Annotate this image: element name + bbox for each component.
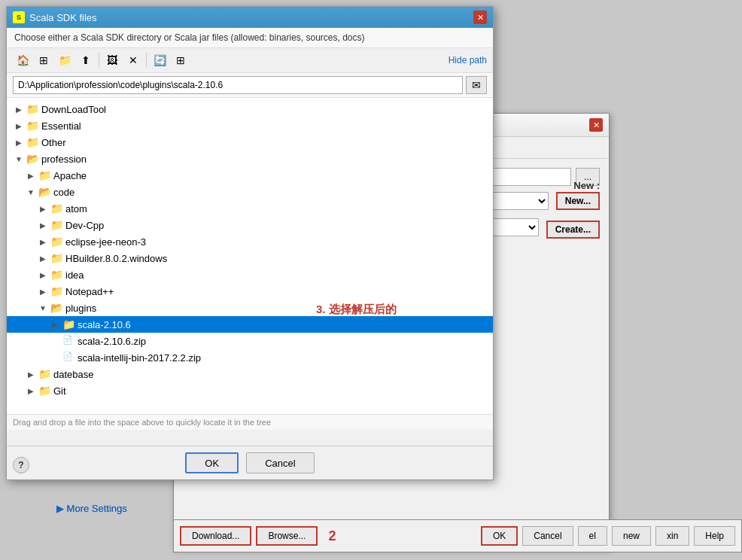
tree-item-other[interactable]: ▶ 📁 Other	[7, 134, 493, 151]
item-label: Git	[53, 385, 66, 397]
close-icon: ✕	[477, 13, 484, 23]
help-button[interactable]: ?	[13, 457, 29, 473]
item-label: Essential	[41, 120, 81, 132]
main-footer: OK Cancel	[7, 446, 493, 479]
tree-item-profession[interactable]: ▼ 📂 profession	[7, 151, 493, 167]
expand-icon: ▶	[37, 202, 49, 215]
main-titlebar: S Scala SDK files ✕	[7, 7, 493, 28]
ok-btn-bg[interactable]: OK	[481, 526, 518, 546]
image-btn[interactable]: 🖼	[102, 51, 122, 69]
scala-icon: S	[13, 11, 25, 23]
cancel-btn-bg[interactable]: Cancel	[522, 526, 573, 546]
folder-icon: 📂	[50, 302, 62, 314]
browse-btn[interactable]: Browse...	[256, 526, 318, 546]
item-label: scala-intellij-bin-2017.2.2.zip	[78, 352, 201, 364]
cancel-button[interactable]: Cancel	[246, 452, 314, 473]
new-btn[interactable]: New...	[556, 192, 600, 210]
path-mail-btn[interactable]: ✉	[466, 76, 487, 94]
sep-1	[99, 53, 99, 68]
dialog-title: Scala SDK files	[29, 12, 97, 23]
folder-icon: 📁	[62, 318, 75, 330]
expand-icon: ▼	[13, 153, 25, 165]
new-label-text: New :	[573, 180, 600, 191]
item-label: Notepad++	[65, 286, 114, 297]
more-settings-label[interactable]: ▶ More Settings	[56, 503, 127, 514]
create-btn[interactable]: Create...	[546, 221, 600, 239]
folder-icon: 📁	[26, 120, 38, 132]
tree-item-eclipse[interactable]: ▶ 📁 eclipse-jee-neon-3	[7, 233, 493, 250]
titlebar-left: S Scala SDK files	[13, 11, 97, 23]
path-input[interactable]	[13, 76, 463, 94]
tree-item-downloadloadtool[interactable]: ▶ 📁 DownLoadTool	[7, 101, 493, 117]
item-label: Apache	[53, 170, 87, 181]
tree-item-scala-zip[interactable]: ▶ 📄 scala-2.10.6.zip	[7, 333, 493, 349]
sep-2	[146, 53, 147, 68]
folder-icon: 📁	[50, 219, 62, 231]
up-btn[interactable]: ⬆	[76, 51, 96, 69]
item-label: Other	[41, 137, 66, 148]
expand-icon: ▶	[25, 385, 37, 397]
apply-btn-bg[interactable]: el	[578, 526, 607, 546]
delete-btn[interactable]: ✕	[123, 51, 143, 69]
hide-path-link[interactable]: Hide path	[449, 55, 487, 65]
folder-icon: 📂	[26, 153, 38, 165]
folder-icon: 📁	[50, 202, 62, 215]
tree-item-idea[interactable]: ▶ 📁 idea	[7, 266, 493, 283]
folder-icon: 📁	[50, 285, 62, 297]
tree-item-git[interactable]: ▶ 📁 Git	[7, 382, 493, 399]
tree-item-apache[interactable]: ▶ 📁 Apache	[7, 167, 493, 184]
tree-item-code[interactable]: ▼ 📂 code	[7, 184, 493, 200]
folder-icon: 📁	[38, 169, 50, 181]
expand-icon: ▶	[25, 368, 37, 380]
expand-icon: ▶	[37, 236, 49, 248]
bg-close-icon: ✕	[593, 120, 600, 130]
item-label: scala-2.10.6.zip	[78, 336, 146, 347]
path-bar: ✉	[7, 73, 493, 98]
tree-item-scala-intellij-zip[interactable]: ▶ 📄 scala-intellij-bin-2017.2.2.zip	[7, 349, 493, 366]
tree-item-datebase[interactable]: ▶ 📁 datebase	[7, 366, 493, 382]
expand-icon: ▶	[25, 169, 37, 181]
drag-drop-hint: Drag and drop a file into the space abov…	[7, 414, 493, 430]
bottom-dialog-bar: Download... Browse... 2 OK Cancel el new…	[173, 519, 742, 552]
file-icon: 📄	[62, 335, 75, 347]
home-btn[interactable]: 🏠	[13, 51, 32, 69]
file-tree[interactable]: ▶ 📁 DownLoadTool ▶ 📁 Essential ▶ 📁 Other…	[7, 98, 493, 414]
expand-icon: ▶	[13, 136, 25, 148]
item-label: plugins	[65, 303, 96, 314]
help-btn-bg[interactable]: Help	[694, 526, 735, 546]
tree-item-notepadpp[interactable]: ▶ 📁 Notepad++	[7, 283, 493, 300]
refresh-btn[interactable]: 🔄	[150, 51, 169, 69]
tree-item-atom[interactable]: ▶ 📁 atom	[7, 200, 493, 217]
bg-dialog-close-btn[interactable]: ✕	[589, 118, 603, 132]
close-btn[interactable]: ✕	[473, 11, 487, 24]
grid-btn[interactable]: ⊞	[34, 51, 53, 69]
expand-icon: ▶	[13, 103, 25, 115]
item-label: atom	[65, 203, 87, 215]
item-label: datebase	[53, 369, 94, 380]
expand-icon: ▶	[37, 285, 49, 297]
folder-icon: 📁	[50, 269, 62, 281]
item-label: code	[53, 187, 75, 198]
xin-btn-bg[interactable]: xin	[655, 526, 689, 546]
folder-icon: 📁	[38, 385, 50, 397]
folder-icon: 📂	[38, 186, 50, 198]
item-label: DownLoadTool	[41, 104, 106, 115]
expand-icon: ▶	[37, 219, 49, 231]
tree-item-plugins[interactable]: ▼ 📂 plugins	[7, 300, 493, 316]
item-label: eclipse-jee-neon-3	[65, 236, 146, 248]
main-dialog: S Scala SDK files ✕ Choose either a Scal…	[6, 6, 494, 480]
tree-item-devcpp[interactable]: ▶ 📁 Dev-Cpp	[7, 217, 493, 233]
item-label: Dev-Cpp	[65, 220, 104, 231]
ok-button[interactable]: OK	[185, 452, 239, 473]
item-label: idea	[65, 269, 84, 281]
folder-icon: 📁	[26, 103, 38, 115]
tree-item-scala-folder[interactable]: ▶ 📁 scala-2.10.6	[7, 316, 493, 333]
tree-item-hbuilder[interactable]: ▶ 📁 HBuilder.8.0.2.windows	[7, 250, 493, 266]
download-btn[interactable]: Download...	[180, 526, 251, 546]
new-btn-bg[interactable]: new	[612, 526, 651, 546]
expand-icon: ▶	[13, 120, 25, 132]
view-btn[interactable]: ⊞	[171, 51, 190, 69]
expand-icon: ▶	[49, 318, 61, 330]
tree-item-essential[interactable]: ▶ 📁 Essential	[7, 117, 493, 134]
folder-btn[interactable]: 📁	[55, 51, 75, 69]
